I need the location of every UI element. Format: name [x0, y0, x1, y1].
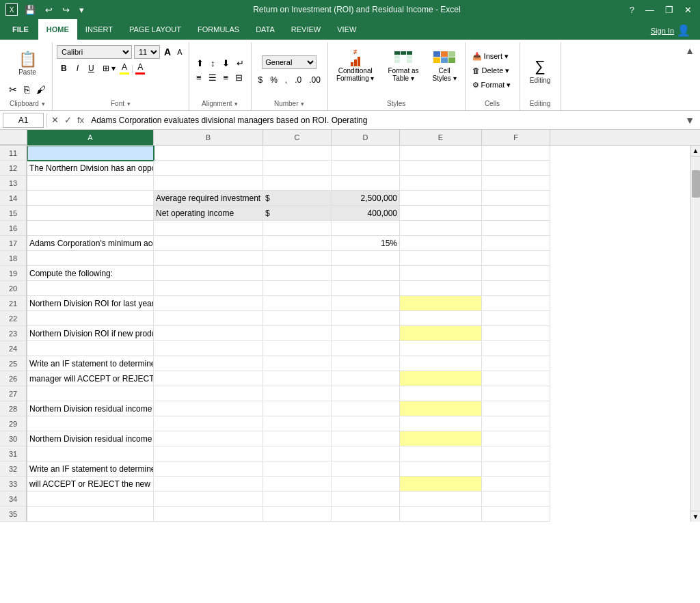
align-center-button[interactable]: ☰ [206, 71, 219, 84]
font-color-button[interactable]: A [135, 62, 145, 75]
format-as-table-button[interactable]: Format asTable ▾ [383, 45, 422, 85]
italic-button[interactable]: I [72, 62, 83, 75]
row-num-26[interactable]: 26 [0, 371, 27, 386]
cell-27-C[interactable] [263, 386, 332, 401]
align-right-button[interactable]: ≡ [221, 71, 232, 84]
wrap-text-button[interactable]: ↵ [234, 57, 247, 70]
col-header-b[interactable]: B [154, 130, 263, 145]
cell-32-F[interactable] [482, 461, 550, 477]
cell-21-B[interactable] [154, 296, 263, 311]
scrollbar-thumb[interactable] [692, 170, 700, 198]
cell-16-F[interactable] [482, 221, 550, 236]
cell-28-D[interactable] [332, 401, 400, 416]
col-header-c[interactable]: C [263, 130, 332, 145]
cell-19-B[interactable] [154, 266, 263, 281]
cell-18-C[interactable] [263, 251, 332, 266]
cell-22-B[interactable] [154, 311, 263, 326]
row-num-14[interactable]: 14 [0, 191, 27, 206]
confirm-formula-icon[interactable]: ✓ [63, 115, 73, 125]
cell-35-B[interactable] [154, 507, 263, 522]
cell-35-A[interactable] [27, 507, 154, 522]
font-shrink-button[interactable]: A [175, 47, 184, 57]
row-num-34[interactable]: 34 [0, 492, 27, 507]
conditional-formatting-button[interactable]: ≠ ConditionalFormatting ▾ [332, 45, 379, 85]
cell-17-A[interactable]: Adams Corporation's minimum acceptable r… [27, 236, 154, 251]
tab-page-layout[interactable]: PAGE LAYOUT [121, 19, 189, 40]
cell-26-C[interactable] [263, 371, 332, 386]
cell-11-E[interactable] [400, 146, 482, 161]
cell-25-F[interactable] [482, 356, 550, 371]
tab-home[interactable]: HOME [38, 19, 77, 40]
number-expand-icon[interactable]: ▾ [301, 100, 304, 107]
cell-31-B[interactable] [154, 446, 263, 461]
decrease-decimal-button[interactable]: .00 [306, 75, 323, 85]
cell-21-A[interactable]: Northern Division ROI for last year [27, 296, 154, 311]
cell-35-C[interactable] [263, 507, 332, 522]
cell-14-E[interactable] [400, 191, 482, 206]
cell-12-D[interactable] [332, 161, 400, 176]
cell-26-F[interactable] [482, 371, 550, 386]
tab-review[interactable]: REVIEW [283, 19, 329, 40]
cell-22-C[interactable] [263, 311, 332, 326]
cell-13-C[interactable] [263, 176, 332, 191]
formula-input[interactable] [88, 113, 682, 128]
cell-27-A[interactable] [27, 386, 154, 401]
collapse-icon[interactable]: ▲ [685, 45, 695, 56]
cell-11-D[interactable] [332, 146, 400, 161]
row-num-18[interactable]: 18 [0, 251, 27, 266]
cell-24-F[interactable] [482, 341, 550, 356]
insert-button[interactable]: 📥 Insert ▾ [470, 51, 512, 62]
cell-16-E[interactable] [400, 221, 482, 236]
cell-30-D[interactable] [332, 431, 400, 446]
cell-16-A[interactable] [27, 221, 154, 236]
cell-22-F[interactable] [482, 311, 550, 326]
cell-11-F[interactable] [482, 146, 550, 161]
close-button[interactable]: ✕ [682, 3, 695, 16]
cell-26-E[interactable] [400, 371, 482, 386]
cell-16-D[interactable] [332, 221, 400, 236]
cell-28-E[interactable] [400, 401, 482, 416]
cell-18-A[interactable] [27, 251, 154, 266]
cell-17-E[interactable] [400, 236, 482, 251]
cell-14-D[interactable]: 2,500,000 [332, 191, 400, 206]
cell-24-A[interactable] [27, 341, 154, 356]
cell-27-D[interactable] [332, 386, 400, 401]
cell-13-B[interactable] [154, 176, 263, 191]
cell-31-F[interactable] [482, 446, 550, 461]
cell-12-C[interactable] [263, 161, 332, 176]
cancel-formula-icon[interactable]: ✕ [50, 115, 60, 125]
cell-25-B[interactable] [154, 356, 263, 371]
cell-25-A[interactable]: Write an IF statement to determine wheth… [27, 356, 154, 371]
cell-12-B[interactable] [154, 161, 263, 176]
insert-function-icon[interactable]: fx [76, 115, 85, 125]
row-num-20[interactable]: 20 [0, 281, 27, 296]
cell-30-A[interactable]: Northern Division residual income if the… [27, 431, 154, 446]
cell-27-B[interactable] [154, 386, 263, 401]
cell-styles-button[interactable]: CellStyles ▾ [429, 45, 461, 85]
cell-31-A[interactable] [27, 446, 154, 461]
cell-28-A[interactable]: Northern Division residual income for la… [27, 401, 154, 416]
cell-11-C[interactable] [263, 146, 332, 161]
cell-34-B[interactable] [154, 492, 263, 507]
help-button[interactable]: ? [627, 3, 637, 16]
cell-11-B[interactable] [154, 146, 263, 161]
cell-20-A[interactable] [27, 281, 154, 296]
cell-35-F[interactable] [482, 507, 550, 522]
cell-27-F[interactable] [482, 386, 550, 401]
cell-15-C[interactable]: $ [263, 206, 332, 221]
cell-32-B[interactable] [154, 461, 263, 477]
tab-formulas[interactable]: FORMULAS [189, 19, 247, 40]
cell-reference-box[interactable] [3, 113, 44, 128]
cell-14-A[interactable] [27, 191, 154, 206]
tab-view[interactable]: VIEW [329, 19, 364, 40]
cell-17-D[interactable]: 15% [332, 236, 400, 251]
cell-30-E[interactable] [400, 431, 482, 446]
qat-dropdown[interactable]: ▾ [77, 3, 87, 16]
cell-31-D[interactable] [332, 446, 400, 461]
editing-button[interactable]: ∑ Editing [526, 55, 555, 87]
alignment-expand-icon[interactable]: ▾ [234, 100, 238, 107]
cell-33-A[interactable]: will ACCEPT or REJECT the new product li… [27, 477, 154, 492]
cell-19-C[interactable] [263, 266, 332, 281]
cell-18-E[interactable] [400, 251, 482, 266]
row-num-13[interactable]: 13 [0, 176, 27, 191]
